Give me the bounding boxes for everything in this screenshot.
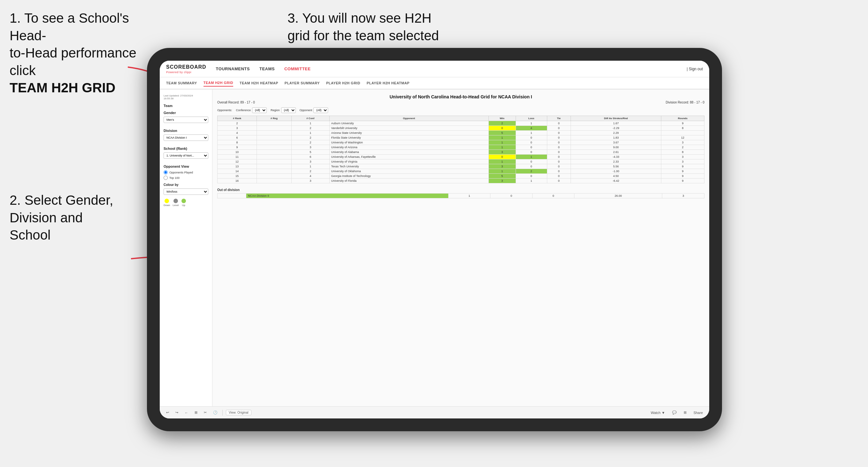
nav-committee[interactable]: COMMITTEE [284, 66, 311, 71]
share-btn[interactable]: Share [692, 410, 705, 415]
out-of-division-table: NCAA Division II 1 0 0 26.00 3 [217, 193, 705, 198]
sign-out[interactable]: | Sign out [687, 67, 703, 71]
subnav-player-h2h-grid[interactable]: PLAYER H2H GRID [326, 80, 360, 86]
cell-conf: 4 [291, 174, 329, 179]
ann1-line2: to-Head performance click [9, 45, 136, 78]
division-select[interactable]: NCAA Division I [163, 134, 208, 141]
cell-win: 1 [489, 169, 516, 174]
view-selector[interactable]: View: Original [226, 410, 251, 415]
cell-diff: 1.67 [570, 121, 661, 126]
region-filter[interactable]: (All) [281, 107, 296, 113]
cell-loss: 0 [516, 140, 547, 145]
cell-conf: 3 [291, 179, 329, 183]
cell-opponent: University of Washington [329, 140, 489, 145]
redo-btn[interactable]: ↪ [174, 410, 180, 415]
tablet-frame: SCOREBOARD Powered by clippi TOURNAMENTS… [147, 48, 722, 431]
cell-opponent: University of Oklahoma [329, 169, 489, 174]
cell-tie: 0 [547, 145, 570, 150]
view-label: View: Original [229, 411, 249, 414]
subnav-team-h2h-grid[interactable]: TEAM H2H GRID [204, 80, 233, 87]
opp-filter[interactable]: (All) [313, 107, 328, 113]
cell-loss: 0 [516, 135, 547, 140]
timestamp-label: Last Updated: 27/03/2024 [163, 94, 208, 97]
back-btn[interactable]: ← [183, 410, 190, 415]
cell-win: 5 [489, 131, 516, 135]
cell-opponent: University of Arizona [329, 145, 489, 150]
cell-loss: 1 [516, 121, 547, 126]
grid-area: University of North Carolina Head-to-Hea… [212, 89, 709, 406]
cell-rank: 11 [218, 155, 257, 159]
grid-records: Overall Record: 89 - 17 - 0 Division Rec… [217, 101, 705, 104]
colour-by-select[interactable]: Win/loss [163, 188, 208, 195]
gender-select[interactable]: Men's [163, 117, 208, 123]
grid-btn[interactable]: ⊞ [682, 410, 688, 415]
cell-tie: 0 [547, 121, 570, 126]
subnav-team-h2h-heatmap[interactable]: TEAM H2H HEATMAP [240, 80, 278, 86]
cell-reg [257, 131, 292, 135]
cell-rounds: 9 [661, 174, 704, 179]
cell-tie: 0 [547, 155, 570, 159]
watch-btn[interactable]: Watch ▼ [649, 410, 667, 415]
ood-tie: 0 [532, 193, 574, 198]
cell-diff: -6.42 [570, 179, 661, 183]
ann2-line2: Division and [9, 210, 83, 225]
cell-rank: 13 [218, 164, 257, 169]
cell-reg [257, 135, 292, 140]
cell-rounds: 2 [661, 145, 704, 150]
cell-reg [257, 126, 292, 131]
colour-down-label: Down [163, 204, 170, 207]
cell-opponent: University of Virginia [329, 159, 489, 164]
cell-conf: 1 [291, 164, 329, 169]
nav-teams[interactable]: TEAMS [259, 66, 275, 71]
subnav-team-summary[interactable]: TEAM SUMMARY [166, 80, 197, 86]
ann2-line1: 2. Select Gender, [9, 193, 114, 208]
cell-conf: 2 [291, 140, 329, 145]
ood-diff: 26.00 [575, 193, 662, 198]
cell-rounds: 9 [661, 121, 704, 126]
school-select[interactable]: 1. University of Nort... [163, 152, 208, 159]
subnav-player-summary[interactable]: PLAYER SUMMARY [285, 80, 320, 86]
col-tie: Tie [547, 116, 570, 121]
cell-win: 1 [489, 159, 516, 164]
cell-tie: 0 [547, 140, 570, 145]
clock-btn[interactable]: 🕐 [212, 410, 219, 415]
radio-top100[interactable]: Top 100 [163, 176, 208, 180]
fwd-btn[interactable]: ⊞ [193, 410, 199, 415]
conf-filter[interactable]: (All) [252, 107, 267, 113]
comment-btn[interactable]: 💬 [671, 410, 678, 415]
table-row: 14 2 University of Oklahoma 1 2 0 -1.00 … [218, 169, 705, 174]
cell-loss: 1 [516, 131, 547, 135]
annotation-3: 3. You will now see H2H grid for the tea… [287, 9, 454, 44]
opp-label: Opponent [300, 108, 312, 112]
crop-btn[interactable]: ✂ [202, 410, 208, 415]
ann2-line3: School [9, 227, 51, 243]
ann1-line1: 1. To see a School's Head- [9, 10, 129, 43]
nav-tournaments[interactable]: TOURNAMENTS [216, 66, 250, 71]
undo-btn[interactable]: ↩ [164, 410, 170, 415]
cell-opponent: Georgia Institute of Technology [329, 174, 489, 179]
cell-conf: 3 [291, 159, 329, 164]
col-opponent: Opponent [329, 116, 489, 121]
cell-diff: -1.00 [570, 169, 661, 174]
cell-diff: -2.29 [570, 126, 661, 131]
radio-opponents-played[interactable]: Opponents Played [163, 170, 208, 175]
cell-tie: 0 [547, 150, 570, 155]
grid-filters: Opponents: Conference (All) Region (All) [217, 107, 705, 113]
annotation-2: 2. Select Gender, Division and School [9, 192, 131, 244]
colour-legend: Down Level Up [163, 199, 208, 207]
opponents-label: Opponents: [217, 108, 232, 112]
subnav-player-h2h-heatmap[interactable]: PLAYER H2H HEATMAP [367, 80, 409, 86]
colour-by-label: Colour by [163, 183, 208, 187]
cell-reg [257, 150, 292, 155]
cell-diff: 1.83 [570, 135, 661, 140]
cell-reg [257, 145, 292, 150]
cell-tie: 0 [547, 126, 570, 131]
team-label: Team [163, 104, 208, 107]
school-label: School (Rank) [163, 147, 208, 151]
cell-win: 1 [489, 145, 516, 150]
cell-opponent: University of Arkansas, Fayetteville [329, 155, 489, 159]
toolbar-divider [222, 410, 223, 415]
table-row: 8 2 University of Washington 1 0 0 3.67 … [218, 140, 705, 145]
cell-win: 3 [489, 164, 516, 169]
col-rank: # Rank [218, 116, 257, 121]
